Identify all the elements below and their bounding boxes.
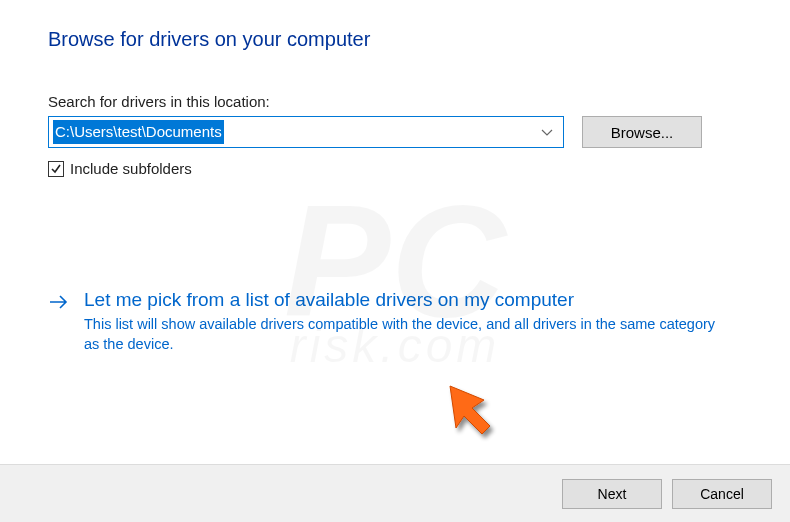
chevron-down-icon xyxy=(541,123,553,141)
include-subfolders-checkbox[interactable] xyxy=(48,161,64,177)
dialog-content: Browse for drivers on your computer Sear… xyxy=(0,0,790,354)
search-location-label: Search for drivers in this location: xyxy=(48,93,742,110)
path-combobox[interactable]: C:\Users\test\Documents xyxy=(48,116,564,148)
arrow-right-icon xyxy=(48,293,70,354)
next-button[interactable]: Next xyxy=(562,479,662,509)
pick-from-list-description: This list will show available drivers co… xyxy=(84,315,724,354)
page-title: Browse for drivers on your computer xyxy=(48,28,742,51)
dialog-footer: Next Cancel xyxy=(0,464,790,522)
pick-from-list-title: Let me pick from a list of available dri… xyxy=(84,289,724,311)
browse-button[interactable]: Browse... xyxy=(582,116,702,148)
annotation-cursor-arrow-icon xyxy=(442,378,512,452)
pick-from-list-option[interactable]: Let me pick from a list of available dri… xyxy=(48,289,742,354)
path-value: C:\Users\test\Documents xyxy=(53,120,224,144)
path-row: C:\Users\test\Documents Browse... xyxy=(48,116,742,148)
cancel-button[interactable]: Cancel xyxy=(672,479,772,509)
include-subfolders-label: Include subfolders xyxy=(70,160,192,177)
include-subfolders-row[interactable]: Include subfolders xyxy=(48,160,742,177)
